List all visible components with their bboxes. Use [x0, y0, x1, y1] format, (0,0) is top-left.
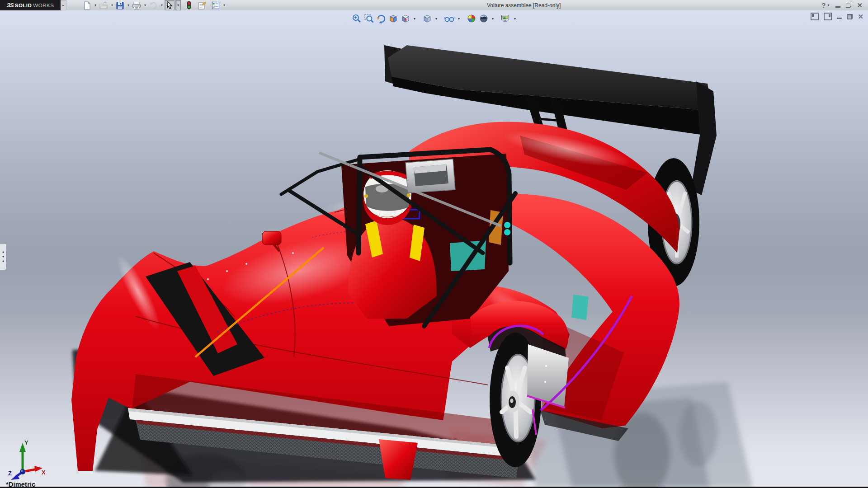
hide-show-items-button[interactable]: [443, 13, 455, 24]
open-dropdown[interactable]: ▾: [111, 3, 113, 7]
minimize-icon[interactable]: [835, 6, 840, 8]
help-icon[interactable]: ?: [821, 2, 826, 9]
print-dropdown[interactable]: ▾: [144, 3, 146, 7]
new-dropdown[interactable]: ▾: [94, 3, 96, 7]
options-icon: [211, 1, 220, 10]
view-settings-icon: [500, 14, 511, 23]
file-properties-icon: [197, 1, 207, 10]
options-button[interactable]: [210, 0, 221, 10]
brand-text-light: WORKS: [33, 3, 54, 8]
print-button[interactable]: [131, 0, 142, 10]
engine-intake: [406, 159, 455, 193]
edit-appearance-button[interactable]: [466, 13, 477, 24]
door-insert-teal: [571, 295, 589, 320]
select-icon: [165, 1, 174, 9]
display-style-button[interactable]: [422, 13, 433, 24]
solidworks-window: ЗS SOLIDWORKS ▸ ▾ ▾: [0, 0, 868, 488]
options-dropdown[interactable]: ▾: [223, 3, 225, 7]
zoom-to-fit-icon: [352, 14, 362, 23]
display-style-dropdown[interactable]: ▾: [435, 17, 437, 21]
view-orientation-button[interactable]: [400, 13, 411, 24]
view-settings-button[interactable]: [500, 13, 511, 24]
rotate-view-button[interactable]: [376, 13, 387, 24]
open-button[interactable]: [98, 0, 109, 10]
panel-toggle-left-icon[interactable]: [811, 13, 819, 20]
print-icon: [132, 1, 141, 10]
select-dropdown[interactable]: ▾: [175, 0, 181, 10]
undo-dropdown[interactable]: ▾: [161, 3, 163, 7]
panel-toggle-right-icon[interactable]: [824, 13, 832, 20]
view-orientation-dropdown[interactable]: ▾: [414, 17, 415, 21]
apply-scene-icon: [479, 14, 489, 23]
triad-icon: Y X Z: [7, 439, 45, 481]
graphics-area[interactable]: ▾ ▾ ▾: [0, 10, 868, 488]
triad-z-label: Z: [8, 470, 12, 477]
main-toolbar: ▾ ▾ ▾: [82, 0, 226, 10]
rebuild-button[interactable]: [185, 0, 193, 10]
apply-scene-button[interactable]: [478, 13, 489, 24]
zoom-to-fit-button[interactable]: [351, 13, 362, 24]
restore-icon[interactable]: [846, 3, 851, 8]
triad-x-label: X: [42, 469, 45, 476]
help-dropdown[interactable]: ▾: [827, 3, 829, 7]
file-properties-button[interactable]: [196, 0, 208, 10]
headsup-view-toolbar: ▾ ▾ ▾: [351, 13, 517, 24]
solidworks-logo: ЗS SOLIDWORKS: [0, 0, 61, 10]
cyan-detail: [504, 222, 510, 228]
section-view-icon: [388, 14, 398, 23]
hide-show-items-dropdown[interactable]: ▾: [458, 17, 460, 21]
zoom-to-area-button[interactable]: [363, 13, 374, 24]
undo-button[interactable]: [148, 0, 159, 10]
display-style-icon: [422, 14, 432, 23]
save-dropdown[interactable]: ▾: [127, 3, 129, 7]
zoom-to-area-icon: [364, 14, 374, 23]
save-icon: [116, 1, 124, 10]
view-settings-dropdown[interactable]: ▾: [514, 17, 516, 21]
document-close-icon[interactable]: ✕: [858, 14, 863, 19]
hide-show-items-icon: [444, 14, 455, 23]
title-bar: ЗS SOLIDWORKS ▸ ▾ ▾: [0, 0, 868, 10]
undo-icon: [149, 1, 158, 10]
3d-model-scene[interactable]: [0, 10, 868, 488]
new-document-button[interactable]: [82, 0, 92, 10]
open-icon: [99, 1, 108, 10]
rotate-view-icon: [376, 14, 386, 23]
close-icon[interactable]: ✕: [857, 2, 863, 9]
edit-appearance-icon: [467, 14, 476, 23]
feature-manager-collapsed-tab[interactable]: ◂ ◂ ◂: [0, 243, 6, 270]
document-minimize-icon[interactable]: [837, 18, 842, 19]
menu-expand-tab[interactable]: ▸: [61, 0, 66, 10]
solidworks-logo-mark: ЗS: [7, 2, 14, 9]
triad-y-label: Y: [24, 439, 28, 446]
select-button[interactable]: [165, 0, 175, 10]
brand-text-bold: SOLID: [15, 3, 32, 8]
save-button[interactable]: [115, 0, 125, 10]
rebuild-icon: [186, 1, 192, 10]
document-window-controls: ✕: [811, 13, 863, 20]
window-controls: ? ▾ ✕: [821, 2, 868, 9]
apply-scene-dropdown[interactable]: ▾: [492, 17, 494, 21]
document-restore-icon[interactable]: [847, 14, 853, 19]
new-document-icon: [83, 1, 91, 10]
view-orientation-icon: [401, 14, 410, 23]
document-title: Voiture assemblee [Read-only]: [226, 2, 821, 9]
section-view-button[interactable]: [388, 13, 399, 24]
